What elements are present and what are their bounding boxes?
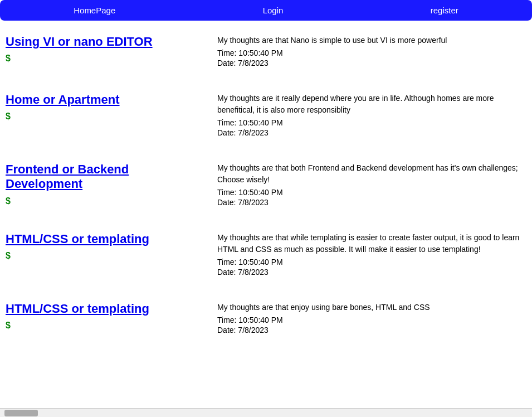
- post-right-2: My thoughts are it really depend where y…: [217, 90, 526, 137]
- main-content: Using VI or nano EDITOR $ My thoughts ar…: [0, 26, 532, 374]
- post-left-5: HTML/CSS or templating $: [6, 299, 217, 334]
- post-date-3: Date: 7/8/2023: [217, 198, 526, 207]
- nav-homepage[interactable]: HomePage: [74, 6, 115, 15]
- post-date-5: Date: 7/8/2023: [217, 326, 526, 334]
- post-date-4: Date: 7/8/2023: [217, 268, 526, 277]
- nav-login[interactable]: Login: [263, 6, 284, 15]
- post-title-1[interactable]: Using VI or nano EDITOR: [6, 35, 206, 49]
- post-content-3: My thoughts are that both Frontend and B…: [217, 162, 526, 186]
- dollar-3: $: [6, 196, 206, 206]
- post-row: HTML/CSS or templating $ My thoughts are…: [6, 293, 526, 340]
- post-left-2: Home or Apartment $: [6, 90, 217, 137]
- post-left-4: HTML/CSS or templating $: [6, 229, 217, 277]
- post-row: Home or Apartment $ My thoughts are it r…: [6, 84, 526, 143]
- post-time-4: Time: 10:50:40 PM: [217, 258, 526, 266]
- post-row: HTML/CSS or templating $ My thoughts are…: [6, 224, 526, 282]
- post-title-5[interactable]: HTML/CSS or templating: [6, 302, 206, 316]
- dollar-2: $: [6, 111, 206, 122]
- post-right-1: My thoughts are that Nano is simple to u…: [217, 32, 526, 67]
- post-row: Using VI or nano EDITOR $ My thoughts ar…: [6, 26, 526, 73]
- post-time-1: Time: 10:50:40 PM: [217, 49, 526, 57]
- dollar-1: $: [6, 54, 206, 64]
- post-content-5: My thoughts are that enjoy using bare bo…: [217, 302, 526, 313]
- nav-register[interactable]: register: [431, 6, 458, 15]
- post-time-5: Time: 10:50:40 PM: [217, 316, 526, 324]
- post-title-2[interactable]: Home or Apartment: [6, 93, 206, 107]
- post-date-2: Date: 7/8/2023: [217, 128, 526, 137]
- post-title-3[interactable]: Frontend or Backend Development: [6, 162, 206, 192]
- post-content-4: My thoughts are that while templating is…: [217, 232, 526, 255]
- post-left-1: Using VI or nano EDITOR $: [6, 32, 217, 67]
- dollar-5: $: [6, 321, 206, 331]
- post-right-4: My thoughts are that while templating is…: [217, 229, 526, 277]
- post-title-4[interactable]: HTML/CSS or templating: [6, 232, 206, 246]
- post-time-3: Time: 10:50:40 PM: [217, 188, 526, 197]
- post-row: Frontend or Backend Development $ My tho…: [6, 154, 526, 212]
- post-left-3: Frontend or Backend Development $: [6, 159, 217, 207]
- post-date-1: Date: 7/8/2023: [217, 59, 526, 67]
- dollar-4: $: [6, 251, 206, 261]
- post-time-2: Time: 10:50:40 PM: [217, 118, 526, 127]
- post-right-5: My thoughts are that enjoy using bare bo…: [217, 299, 526, 334]
- navbar: HomePage Login register: [0, 0, 532, 21]
- post-content-1: My thoughts are that Nano is simple to u…: [217, 35, 526, 46]
- post-right-3: My thoughts are that both Frontend and B…: [217, 159, 526, 207]
- post-content-2: My thoughts are it really depend where y…: [217, 93, 526, 116]
